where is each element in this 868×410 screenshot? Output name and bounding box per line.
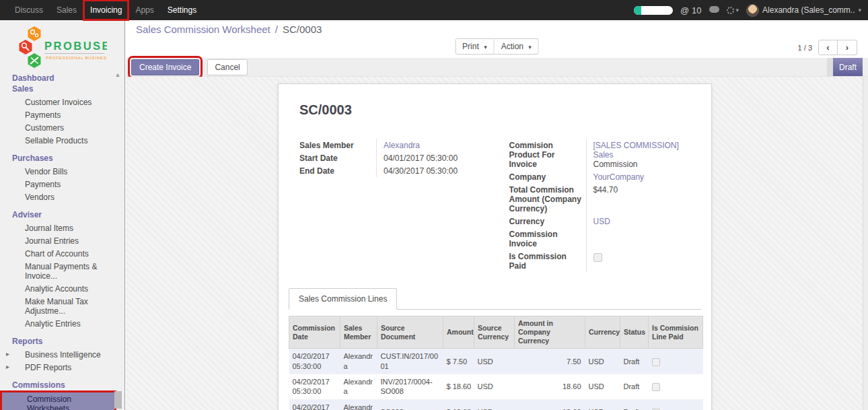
is-commission-paid-checkbox bbox=[593, 253, 602, 262]
cell-source-document: INV/2017/0004-SO008 bbox=[377, 374, 443, 399]
messages-icon[interactable] bbox=[709, 6, 719, 13]
sidebar-item-label: PDF Reports bbox=[25, 363, 71, 372]
caret-down-icon: ▾ bbox=[858, 7, 861, 13]
sales-member-label: Sales Member bbox=[299, 139, 376, 151]
col-amount[interactable]: Amount bbox=[443, 316, 474, 349]
sidebar-item-analytic-entries[interactable]: Analytic Entries bbox=[0, 317, 124, 330]
commission-product-label: Commision Product For Invoice bbox=[509, 139, 586, 170]
menu-apps[interactable]: Apps bbox=[129, 0, 160, 20]
action-button[interactable]: Action ▾ bbox=[495, 38, 539, 55]
cell-amount-company: 18.60 bbox=[515, 374, 585, 399]
create-invoice-button[interactable]: Create Invoice bbox=[131, 59, 199, 75]
sidebar-item-tax-adjustment[interactable]: Make Manual Tax Adjustme... bbox=[0, 295, 124, 317]
sidebar-item-customers[interactable]: Customers bbox=[0, 121, 124, 134]
sidebar-item-sellable-products[interactable]: Sellable Products bbox=[0, 134, 124, 147]
page-scrollbar[interactable] bbox=[863, 77, 868, 410]
line-paid-checkbox bbox=[652, 383, 660, 391]
sidebar-item-vendor-bills[interactable]: Vendor Bills bbox=[0, 165, 124, 178]
caret-down-icon: ▾ bbox=[528, 44, 532, 50]
col-sales-member[interactable]: Sales Member bbox=[340, 316, 377, 349]
sidebar-item-pdf-reports[interactable]: ▸ PDF Reports bbox=[0, 361, 124, 374]
table-row[interactable]: 04/20/2017 05:30:00 Alexandra CUST.IN/20… bbox=[289, 349, 703, 374]
sidebar: PROBUSE PROFESSIONAL BUSINESS Dashboard … bbox=[0, 20, 125, 410]
mentions-counter[interactable]: @ 10 bbox=[680, 5, 702, 15]
currency-label: Currency bbox=[509, 215, 586, 228]
form-canvas: SC/0003 Sales Member Alexandra Start Dat… bbox=[126, 77, 863, 410]
cell-source-currency: USD bbox=[474, 349, 515, 374]
table-row[interactable]: 04/20/2017 10:35:53 Alexandra SO008 $ 18… bbox=[289, 399, 703, 410]
sidebar-item-payments[interactable]: Payments bbox=[0, 108, 124, 121]
col-source-document[interactable]: Source Document bbox=[377, 316, 443, 349]
pager-next-button[interactable]: › bbox=[838, 40, 857, 55]
cell-source-currency: USD bbox=[474, 399, 515, 410]
tab-sales-commission-lines[interactable]: Sales Commission Lines bbox=[289, 288, 397, 310]
brand-name: PROBUSE bbox=[44, 40, 107, 52]
sidebar-item-chart-of-accounts[interactable]: Chart of Accounts bbox=[0, 247, 124, 260]
menu-sales[interactable]: Sales bbox=[50, 0, 83, 20]
record-sheet: SC/0003 Sales Member Alexandra Start Dat… bbox=[278, 83, 712, 410]
main-content: Sales Commission Worksheet / SC/0003 Pri… bbox=[126, 20, 868, 410]
sales-member-link[interactable]: Alexandra bbox=[384, 141, 420, 150]
breadcrumb-current: SC/0003 bbox=[283, 24, 322, 35]
sidebar-item-vendors[interactable]: Vendors bbox=[0, 191, 124, 203]
total-commission-value: $44.70 bbox=[586, 183, 691, 215]
pager: 1 / 3 ‹ › bbox=[798, 40, 857, 55]
menu-invoicing[interactable]: Invoicing bbox=[83, 0, 129, 20]
cell-source-document: SO008 bbox=[377, 399, 443, 410]
menu-settings[interactable]: Settings bbox=[161, 0, 203, 20]
col-source-currency[interactable]: Source Currency bbox=[474, 316, 515, 349]
field-groups: Sales Member Alexandra Start Date 04/01/… bbox=[299, 139, 690, 272]
sidebar-item-journal-entries[interactable]: Journal Entries bbox=[0, 234, 124, 247]
col-commission-date[interactable]: Commission Date bbox=[289, 316, 340, 349]
col-status[interactable]: Status bbox=[620, 316, 649, 349]
user-menu[interactable]: Alexandra (Sales_comm.. ▾ bbox=[746, 4, 861, 17]
cell-commission-date: 04/20/2017 10:35:53 bbox=[289, 399, 340, 410]
actions-row: Print ▾ Action ▾ 1 / 3 ‹ › bbox=[126, 38, 868, 58]
cell-source-document: CUST.IN/2017/0001 bbox=[377, 349, 443, 374]
print-label: Print bbox=[462, 42, 479, 51]
mentions-count: 10 bbox=[692, 5, 701, 15]
sidebar-item-manual-payments[interactable]: Manual Payments & Invoice... bbox=[0, 260, 124, 282]
currency-link[interactable]: USD bbox=[593, 217, 610, 226]
sidebar-item-customer-invoices[interactable]: Customer Invoices bbox=[0, 96, 124, 108]
print-button[interactable]: Print ▾ bbox=[455, 38, 495, 55]
cancel-button[interactable]: Cancel bbox=[207, 59, 247, 75]
gear-icon bbox=[727, 7, 734, 14]
breadcrumb-parent[interactable]: Sales Commission Worksheet bbox=[136, 24, 270, 35]
sidebar-item-payments-purchase[interactable]: Payments bbox=[0, 178, 124, 191]
usage-progress-pill[interactable] bbox=[634, 6, 673, 15]
sidebar-scrollbar-thumb[interactable] bbox=[114, 391, 122, 409]
sidebar-heading-adviser[interactable]: Adviser bbox=[0, 208, 124, 221]
sidebar-heading-reports[interactable]: Reports bbox=[0, 335, 124, 348]
scroll-up-icon[interactable]: ▲ bbox=[114, 71, 122, 78]
sidebar-heading-purchases[interactable]: Purchases bbox=[0, 151, 124, 165]
sidebar-heading-sales[interactable]: Sales bbox=[0, 82, 124, 96]
sidebar-item-analytic-accounts[interactable]: Analytic Accounts bbox=[0, 282, 124, 295]
col-amount-company-currency[interactable]: Amount in Company Currency bbox=[515, 316, 585, 349]
action-button-group: Print ▾ Action ▾ bbox=[455, 38, 539, 55]
pager-previous-button[interactable]: ‹ bbox=[818, 40, 838, 55]
breadcrumb: Sales Commission Worksheet / SC/0003 bbox=[126, 20, 868, 38]
sidebar-heading-commissions[interactable]: Commissions bbox=[0, 378, 124, 392]
systray: @ 10 ▾ Alexandra (Sales_comm.. ▾ bbox=[634, 4, 868, 17]
debug-menu[interactable]: ▾ bbox=[727, 7, 739, 14]
sidebar-item-journal-items[interactable]: Journal Items bbox=[0, 221, 124, 234]
sidebar-menu: Dashboard Sales Customer Invoices Paymen… bbox=[0, 70, 124, 410]
cell-sales-member: Alexandra bbox=[340, 374, 377, 399]
sidebar-item-commission-worksheets[interactable]: Commission Worksheets bbox=[2, 392, 114, 410]
cell-status: Draft bbox=[620, 374, 649, 399]
col-is-commission-line-paid[interactable]: Is Commision Line Paid bbox=[649, 316, 703, 349]
sidebar-item-business-intelligence[interactable]: ▸ Business Intelligence bbox=[0, 348, 124, 361]
cell-sales-member: Alexandra bbox=[340, 349, 377, 374]
menu-discuss[interactable]: Discuss bbox=[8, 0, 50, 20]
table-row[interactable]: 04/20/2017 05:30:00 Alexandra INV/2017/0… bbox=[289, 374, 703, 399]
company-link[interactable]: YourCompany bbox=[593, 172, 645, 182]
progress-fill bbox=[634, 6, 641, 15]
notebook: Sales Commission Lines Commission Date bbox=[289, 288, 701, 410]
col-currency[interactable]: Currency bbox=[585, 316, 620, 349]
commission-product-link[interactable]: [SALES COMMISSION] Sales bbox=[593, 141, 691, 160]
breadcrumb-separator: / bbox=[275, 24, 278, 35]
cell-amount-company: 18.60 bbox=[515, 399, 585, 410]
sidebar-item-label: Business Intelligence bbox=[25, 350, 101, 360]
commission-lines-table: Commission Date Sales Member Source Docu… bbox=[289, 316, 701, 410]
